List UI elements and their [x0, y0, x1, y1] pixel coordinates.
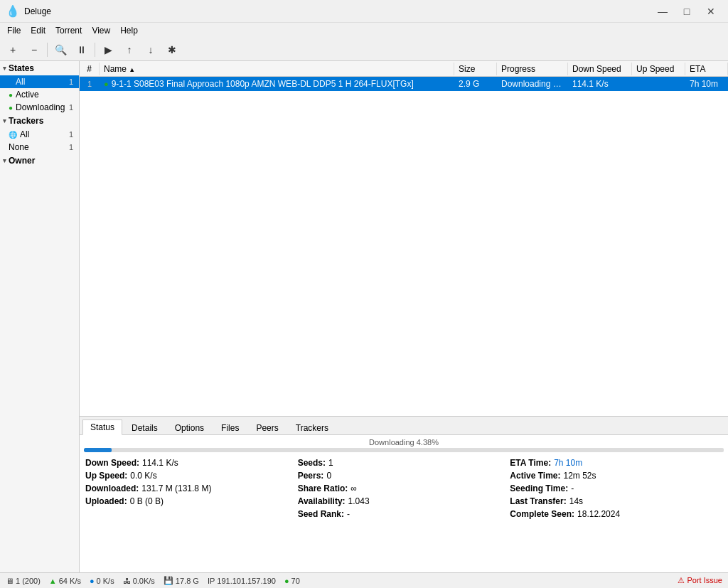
menu-item-torrent[interactable]: Torrent [51, 24, 86, 37]
tab-status[interactable]: Status [82, 419, 122, 435]
down-speed-value: 64 K/s [59, 577, 81, 585]
stat-value: ∞ [350, 483, 357, 493]
dht-icon: ● [284, 577, 289, 585]
col-header-size[interactable]: Size [454, 63, 497, 75]
sidebar-item-count: 1 [69, 143, 73, 151]
cell-name: ● 9-1-1 S08E03 Final Approach 1080p AMZN… [100, 79, 454, 89]
col-header-upspeed[interactable]: Up Speed [632, 63, 685, 75]
green-dot-icon: ● [9, 91, 13, 99]
sidebar-item-label: None [9, 142, 29, 152]
stat-value: 0.0 K/s [130, 471, 156, 481]
blue-dot-icon: ● [9, 78, 13, 86]
col-header-progress[interactable]: Progress [497, 63, 568, 75]
sidebar-item-all[interactable]: 🌐All1 [0, 128, 79, 141]
status-ip: IP 191.101.157.190 [208, 577, 276, 585]
section-arrow: ▾ [3, 157, 6, 164]
minimize-button[interactable]: — [651, 4, 674, 18]
stat-value: 114.1 K/s [142, 458, 178, 468]
menu-item-view[interactable]: View [87, 24, 114, 37]
stat-label: Downloaded: [85, 483, 139, 493]
cell-progress: Downloading 4% [497, 79, 568, 89]
sidebar-item-label: Downloading [16, 102, 65, 112]
stat-row: Availability:1.043 [298, 496, 510, 506]
menu-item-file[interactable]: File [3, 24, 25, 37]
connections-icon: 🖥 [6, 577, 14, 585]
tab-trackers[interactable]: Trackers [288, 420, 336, 435]
disk-value: 17.8 G [176, 577, 199, 585]
cell-size: 2.9 G [454, 79, 497, 89]
table-body: 1 ● 9-1-1 S08E03 Final Approach 1080p AM… [80, 77, 728, 416]
stat-row: Down Speed:114.1 K/s [85, 458, 298, 468]
menu-item-help[interactable]: Help [116, 24, 142, 37]
stat-label: ETA Time: [510, 458, 551, 468]
sidebar-item-downloading[interactable]: ●Downloading1 [0, 101, 79, 114]
section-arrow: ▾ [3, 65, 6, 72]
status-down: ▲ 64 K/s [49, 577, 81, 585]
status-up: ● 0 K/s [90, 577, 114, 585]
stat-row: Peers:0 [298, 471, 510, 481]
toolbar-separator [47, 43, 48, 57]
tab-peers[interactable]: Peers [248, 420, 286, 435]
col-header-name[interactable]: Name ▲ [100, 63, 454, 75]
stat-label: Peers: [298, 471, 324, 481]
col-header-num: # [80, 63, 100, 75]
progress-bar-fill [84, 448, 112, 452]
stat-label: Last Transfer: [510, 496, 566, 506]
sidebar-item-none[interactable]: None1 [0, 141, 79, 154]
table-header: # Name ▲ Size Progress Down Speed Up Spe… [80, 61, 728, 77]
connections-value: 1 (200) [16, 577, 41, 585]
up-btn[interactable]: ↑ [119, 41, 139, 58]
section-label: States [9, 63, 34, 73]
progress-label: Downloading 4.38% [84, 438, 724, 447]
cell-eta: 7h 10m [685, 79, 728, 89]
stat-value: 7h 10m [554, 458, 582, 468]
table-row[interactable]: 1 ● 9-1-1 S08E03 Final Approach 1080p AM… [80, 77, 728, 91]
sidebar-item-active[interactable]: ●Active [0, 88, 79, 101]
stat-value: 18.12.2024 [577, 509, 620, 519]
sidebar-item-label: All [20, 129, 29, 139]
toolbar: +−🔍⏸▶↑↓✱ [0, 38, 728, 61]
main-content: ▾States●All1●Active●Downloading1▾Tracker… [0, 61, 728, 572]
stat-row: Up Speed:0.0 K/s [85, 471, 298, 481]
stat-label: Seeds: [298, 458, 326, 468]
maximize-button[interactable]: □ [675, 4, 698, 18]
stat-row: Active Time:12m 52s [510, 471, 722, 481]
section-label: Trackers [9, 116, 43, 126]
stat-row: Downloaded:131.7 M (131.8 M) [85, 483, 298, 493]
tab-options[interactable]: Options [167, 420, 212, 435]
close-button[interactable]: ✕ [700, 4, 722, 18]
sidebar-section-trackers[interactable]: ▾Trackers [0, 114, 79, 128]
menu-item-edit[interactable]: Edit [26, 24, 50, 37]
sidebar-item-label: All [16, 77, 25, 87]
globe-icon: 🌐 [9, 131, 17, 139]
resume-btn[interactable]: ▶ [98, 41, 118, 58]
stat-row: Seeds:1 [298, 458, 510, 468]
col-header-eta[interactable]: ETA [685, 63, 728, 75]
sidebar-section-owner[interactable]: ▾Owner [0, 154, 79, 168]
prefs-btn[interactable]: ✱ [162, 41, 182, 58]
sidebar-item-all[interactable]: ●All1 [0, 75, 79, 88]
add-btn[interactable]: + [3, 41, 23, 58]
pause-btn[interactable]: ⏸ [72, 41, 92, 58]
dht-value: 70 [291, 577, 300, 585]
stat-label: Down Speed: [85, 458, 139, 468]
tab-details[interactable]: Details [124, 420, 166, 435]
search-btn[interactable]: 🔍 [50, 41, 70, 58]
up-speed-value: 0 K/s [97, 577, 114, 585]
stat-row: Complete Seen:18.12.2024 [510, 509, 722, 519]
app-title: Deluge [24, 6, 51, 16]
stat-row: Uploaded:0 B (0 B) [85, 496, 298, 506]
sidebar-item-count: 1 [69, 103, 73, 112]
status-up2: 🖧 0.0K/s [123, 577, 155, 585]
tab-files[interactable]: Files [213, 420, 247, 435]
col-header-downspeed[interactable]: Down Speed [568, 63, 632, 75]
down-btn[interactable]: ↓ [141, 41, 161, 58]
titlebar-controls: — □ ✕ [651, 4, 722, 18]
cell-num: 1 [80, 80, 100, 88]
titlebar-left: 💧 Deluge [6, 4, 51, 18]
torrent-name: 9-1-1 S08E03 Final Approach 1080p AMZN W… [112, 79, 414, 89]
sidebar-section-states[interactable]: ▾States [0, 61, 79, 75]
remove-btn[interactable]: − [24, 41, 44, 58]
ip-label: IP [208, 577, 215, 585]
sidebar-item-count: 1 [69, 130, 73, 139]
